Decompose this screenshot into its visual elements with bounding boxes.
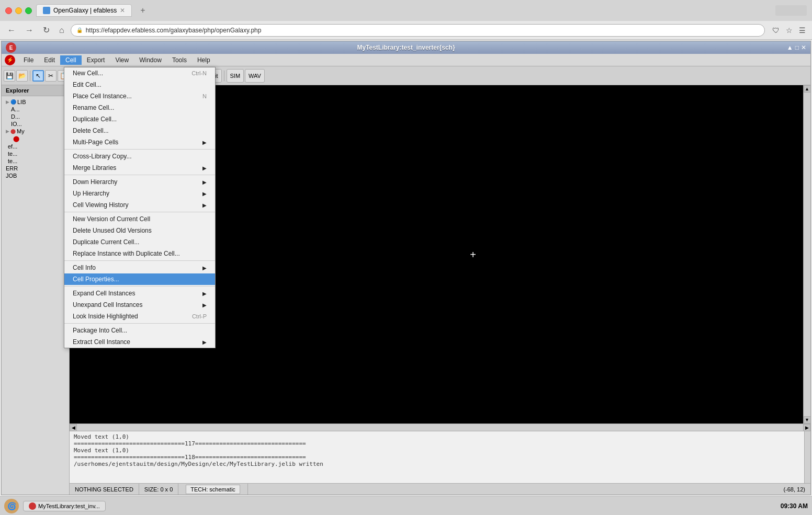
canvas-cursor: + [470,248,476,260]
forward-button[interactable]: → [22,25,37,36]
menu-window[interactable]: Window [134,55,167,65]
menu-item-cell-info[interactable]: Cell Info▶ [64,262,215,273]
refresh-button[interactable]: ↻ [40,24,53,36]
status-tech-section: TECH: schematic [178,484,248,495]
submenu-arrow-icon: ▶ [202,302,207,308]
menu-item-multi-page-cells[interactable]: Multi-Page Cells▶ [64,136,215,148]
menu-help[interactable]: Help [192,55,216,65]
url-text: https://efappdev.efabless.com/galaxybase… [86,27,759,34]
sidebar: Explorer ▶ 🔵 LIB A... D... IO... ▶ ⬤ My [2,85,70,495]
menu-item-expand-cell-instances[interactable]: Expand Cell Instances▶ [64,288,215,299]
menu-cell[interactable]: Cell [60,55,82,65]
menu-item-down-hierarchy[interactable]: Down Hierarchy▶ [64,176,215,188]
star-icon[interactable]: ☆ [784,25,795,36]
tree-item-a[interactable]: A... [4,106,67,113]
back-button[interactable]: ← [4,25,19,36]
explorer-tab[interactable]: Explorer [2,85,69,96]
menu-item-cell-properties-[interactable]: Cell Properties... [64,273,215,285]
browser-tab[interactable]: OpenGalaxy | efabless ✕ [36,4,132,17]
tree-item-te1[interactable]: te... [4,150,67,157]
toolbar-wav-button[interactable]: WAV [245,69,265,83]
taskbar-app-dot [29,502,36,510]
menu-separator-7 [64,149,215,150]
close-app-button[interactable]: ✕ [801,44,806,51]
traffic-lights [5,7,32,14]
vscroll-down-button[interactable]: ▼ [804,416,811,424]
menu-item-label: Merge Libraries [73,164,116,171]
log-line-3: Moved text (1,0) [74,447,806,454]
menu-export[interactable]: Export [82,55,110,65]
shield-icon[interactable]: 🛡 [770,25,782,36]
minimize-app-button[interactable]: ▲ [787,44,793,51]
menu-item-place-cell-instance-[interactable]: Place Cell Instance...N [64,90,215,102]
tree-item-io[interactable]: IO... [4,120,67,128]
menu-item-delete-cell-[interactable]: Delete Cell... [64,125,215,136]
menu-item-label: Extract Cell Instance [73,338,130,346]
menu-item-look-inside-highlighted[interactable]: Look Inside HighlightedCtrl-P [64,311,215,322]
toolbar-sim-button[interactable]: SIM [227,69,244,83]
log-line-1: Moved text (1,0) [74,433,806,440]
tree-item-job[interactable]: JOB [4,172,67,179]
menu-tools[interactable]: Tools [167,55,192,65]
canvas-hscroll[interactable]: ◀ ▶ [70,424,810,431]
menu-item-unexpand-cell-instances[interactable]: Unexpand Cell Instances▶ [64,299,215,311]
new-tab-button[interactable]: + [136,5,149,16]
close-button[interactable] [5,7,12,14]
sidebar-tree: ▶ 🔵 LIB A... D... IO... ▶ ⬤ My ⬤ [2,96,69,495]
menu-edit[interactable]: Edit [39,55,60,65]
toolbar-pointer-icon[interactable]: ↖ [32,70,44,82]
app-icon: E [6,42,16,53]
vscroll-up-button[interactable]: ▲ [804,85,811,93]
hscroll-left-button[interactable]: ◀ [70,424,77,431]
hscroll-right-button[interactable]: ▶ [803,424,810,431]
app-titlebar: E MyTestLibrary:test_inverter{sch} ▲ □ ✕ [2,41,810,54]
menu-item-new-version-of-current-cell[interactable]: New Version of Current Cell [64,213,215,225]
menubar: ⚡ File Edit Cell Export View Window Tool… [2,54,810,66]
menu-item-delete-unused-old-versions[interactable]: Delete Unused Old Versions [64,225,215,236]
toolbar-open-icon[interactable]: 📂 [16,70,28,82]
menu-item-edit-cell-[interactable]: Edit Cell... [64,79,215,90]
tree-item-lib[interactable]: ▶ 🔵 LIB [4,98,67,106]
menu-item-package-into-cell-[interactable]: Package Into Cell... [64,325,215,336]
taskbar-app-button[interactable]: MyTestLibrary:test_inv... [23,501,106,511]
menu-item-shortcut: N [202,93,207,99]
tree-item-d[interactable]: D... [4,113,67,120]
menu-item-rename-cell-[interactable]: Rename Cell... [64,102,215,113]
menu-separator-9 [64,175,215,175]
canvas-vscroll[interactable]: ▲ ▼ [803,85,810,424]
menu-icon[interactable]: ☰ [797,25,808,36]
menu-item-label: Cell Info [73,264,96,271]
menu-item-merge-libraries[interactable]: Merge Libraries▶ [64,162,215,174]
log-vscroll[interactable] [804,431,810,483]
maximize-button[interactable] [25,7,32,14]
menu-item-label: Edit Cell... [73,81,102,88]
tree-item-my[interactable]: ▶ ⬤ My [4,128,67,135]
menu-item-replace-instance-with-duplicate-cell-[interactable]: Replace Instance with Duplicate Cell... [64,248,215,259]
menu-file[interactable]: File [18,55,39,65]
menu-item-cross-library-copy-[interactable]: Cross-Library Copy... [64,151,215,162]
home-button[interactable]: ⌂ [56,25,67,36]
menu-item-label: Duplicate Cell... [73,116,117,123]
menu-item-new-cell-[interactable]: New Cell...Ctrl-N [64,67,215,79]
maximize-app-button[interactable]: □ [795,44,799,51]
menu-item-label: Place Cell Instance... [73,93,132,100]
tree-item-te2[interactable]: te... [4,157,67,165]
tree-item-ef[interactable]: ef... [4,143,67,150]
menu-item-shortcut: Ctrl-P [192,313,207,319]
menu-item-duplicate-cell-[interactable]: Duplicate Cell... [64,113,215,125]
tab-close-button[interactable]: ✕ [120,7,125,14]
tree-item-red-dot[interactable]: ⬤ [4,135,67,143]
menu-item-up-hierarchy[interactable]: Up Hierarchy▶ [64,188,215,199]
tree-item-err[interactable]: ERR [4,165,67,172]
url-bar[interactable]: 🔒 https://efappdev.efabless.com/galaxyba… [71,24,765,37]
menu-item-cell-viewing-history[interactable]: Cell Viewing History▶ [64,199,215,211]
minimize-button[interactable] [15,7,22,14]
menu-item-label: Up Hierarchy [73,190,109,197]
toolbar-cut-icon[interactable]: ✂ [45,70,57,82]
menu-view[interactable]: View [110,55,134,65]
menu-item-label: Cell Properties... [73,276,119,283]
toolbar-save-icon[interactable]: 💾 [4,70,15,82]
status-tech-badge[interactable]: TECH: schematic [186,485,240,494]
menu-item-extract-cell-instance[interactable]: Extract Cell Instance▶ [64,336,215,348]
menu-item-duplicate-current-cell-[interactable]: Duplicate Current Cell... [64,236,215,248]
